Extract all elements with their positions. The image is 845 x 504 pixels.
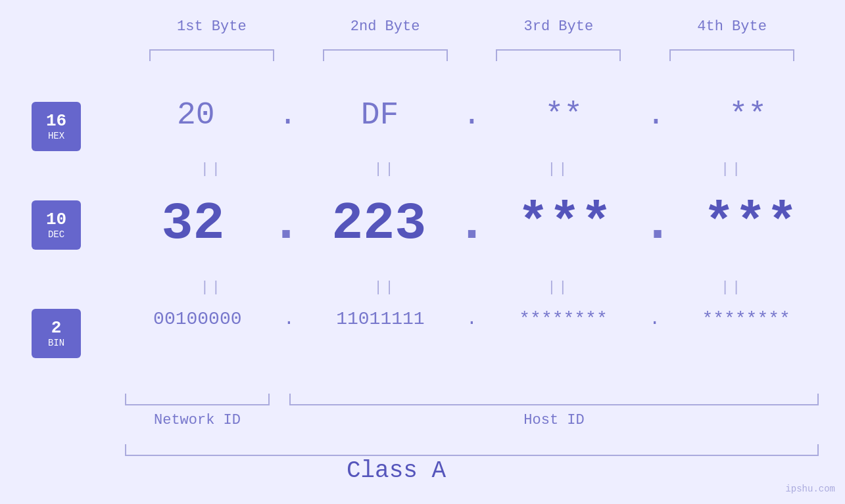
hex-dot-2: .: [462, 97, 481, 133]
byte-label-4: 4th Byte: [650, 18, 814, 35]
class-label: Class A: [0, 457, 792, 484]
network-id-label: Network ID: [125, 412, 270, 428]
byte-labels-row: 1st Byte 2nd Byte 3rd Byte 4th Byte: [125, 18, 819, 35]
eq-2-2: ||: [323, 279, 448, 296]
dec-badge: 10 DEC: [32, 200, 81, 250]
dec-badge-label: DEC: [48, 229, 64, 240]
bottom-bracket-row: [125, 394, 819, 405]
bracket-network: [125, 394, 270, 405]
eq-2-1: ||: [149, 279, 274, 296]
bin-val-1: 00100000: [135, 309, 260, 329]
hex-val-4: **: [685, 97, 810, 133]
bin-val-4: ********: [684, 309, 809, 329]
eq-2-4: ||: [669, 279, 794, 296]
bracket-top-2: [323, 49, 448, 61]
hex-badge-label: HEX: [48, 131, 64, 141]
full-bottom-bracket: [125, 444, 819, 456]
bin-row: 00100000 . 11011111 . ******** . *******…: [125, 309, 819, 329]
main-container: 1st Byte 2nd Byte 3rd Byte 4th Byte 16 H…: [0, 0, 845, 504]
eq-1-3: ||: [496, 161, 621, 177]
byte-label-3: 3rd Byte: [476, 18, 640, 35]
eq-1-2: ||: [323, 161, 448, 177]
hex-badge: 16 HEX: [32, 102, 81, 151]
equals-row-1: || || || ||: [125, 161, 819, 177]
equals-row-2: || || || ||: [125, 279, 819, 296]
byte-label-1: 1st Byte: [130, 18, 294, 35]
hex-dot-1: .: [278, 97, 297, 133]
hex-val-1: 20: [133, 97, 258, 133]
eq-2-3: ||: [496, 279, 621, 296]
bin-dot-1: .: [283, 309, 295, 329]
bracket-host: [289, 394, 819, 405]
byte-label-2: 2nd Byte: [303, 18, 468, 35]
eq-1-4: ||: [669, 161, 794, 177]
bin-dot-2: .: [466, 309, 477, 329]
bracket-top-3: [496, 49, 621, 61]
host-id-label: Host ID: [289, 412, 819, 428]
bin-val-3: ********: [501, 309, 626, 329]
hex-val-3: **: [501, 97, 626, 133]
bin-val-2: 11011111: [318, 309, 443, 329]
bracket-top-1: [149, 49, 274, 61]
eq-1-1: ||: [149, 161, 274, 177]
dec-val-2: 223: [316, 194, 441, 254]
dec-badge-number: 10: [46, 211, 66, 228]
hex-dot-3: .: [646, 97, 665, 133]
bin-badge-label: BIN: [48, 338, 64, 348]
bin-badge-number: 2: [51, 319, 62, 336]
id-labels: Network ID Host ID: [125, 412, 819, 428]
bracket-top-4: [669, 49, 794, 61]
bin-badge: 2 BIN: [32, 309, 81, 358]
dec-val-3: ***: [502, 194, 627, 254]
dec-dot-1: .: [270, 200, 302, 248]
watermark: ipshu.com: [785, 484, 835, 494]
hex-row: 20 . DF . ** . **: [125, 97, 819, 133]
dec-row: 32 . 223 . *** . ***: [125, 194, 819, 254]
dec-dot-3: .: [642, 200, 673, 248]
dec-val-1: 32: [131, 194, 256, 254]
hex-badge-number: 16: [46, 112, 66, 129]
bin-dot-3: .: [649, 309, 660, 329]
top-brackets: [125, 49, 819, 61]
hex-val-2: DF: [318, 97, 443, 133]
dec-dot-2: .: [456, 200, 487, 248]
dec-val-4: ***: [688, 194, 813, 254]
